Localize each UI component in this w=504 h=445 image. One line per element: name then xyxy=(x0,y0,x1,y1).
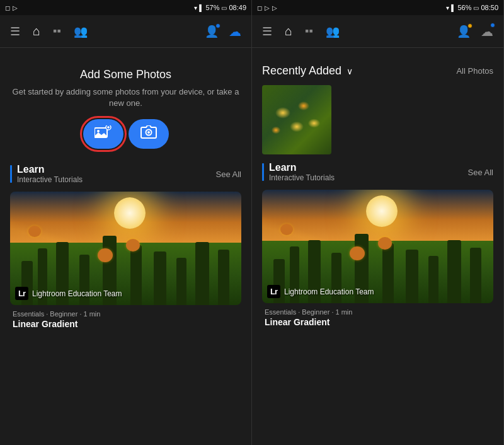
lr-team-right: Lightroom Education Team xyxy=(284,287,374,296)
learn-section-left: Learn Interactive Tutorials See All xyxy=(10,164,241,332)
cloud-icon-left[interactable]: ☁ xyxy=(229,24,241,39)
recently-title: Recently Added xyxy=(262,64,341,78)
learn-header-left: Learn Interactive Tutorials See All xyxy=(10,164,241,187)
card-tags-left: Essentials · Beginner · 1 min xyxy=(13,310,239,318)
lr-logo-right: Lr xyxy=(267,285,280,298)
add-buttons xyxy=(10,119,241,149)
add-gallery-button[interactable] xyxy=(83,119,123,149)
card-meta-left: Essentials · Beginner · 1 min Linear Gra… xyxy=(10,305,241,332)
camera-icon xyxy=(140,125,158,142)
time-left: 08:49 xyxy=(229,4,246,11)
content-right: Recently Added ∨ All Photos Learn Intera… xyxy=(252,48,503,445)
card-title-right: Linear Gradient xyxy=(265,317,491,327)
wifi-icon: ▾ xyxy=(194,4,197,11)
panel-right: ◻ ▷ ▷ ▾ ▌ 56% ▭ 08:50 ☰ ⌂ ▪▪ 👥 👤 ☁ xyxy=(252,0,504,445)
flowers-image xyxy=(262,85,331,154)
card-title-left: Linear Gradient xyxy=(13,319,239,329)
people-icon-right[interactable]: 👥 xyxy=(326,25,340,38)
learn-title-left: Learn Interactive Tutorials xyxy=(17,164,83,184)
lr-badge-right: Lr Lightroom Education Team xyxy=(267,285,374,298)
card-meta-right: Essentials · Beginner · 1 min Linear Gra… xyxy=(262,303,493,330)
panel-left: ◻ ▷ ▾ ▌ 57% ▭ 08:49 ☰ ⌂ ▪▪ 👥 👤 ☁ Add Som… xyxy=(0,0,252,445)
add-photos-title: Add Some Photos xyxy=(10,68,241,81)
learn-header-right: Learn Interactive Tutorials See All xyxy=(262,162,493,185)
recently-header: Recently Added ∨ All Photos xyxy=(262,58,493,85)
card-tags-right: Essentials · Beginner · 1 min xyxy=(265,308,491,316)
library-icon-left[interactable]: ▪▪ xyxy=(53,25,61,38)
all-photos-button[interactable]: All Photos xyxy=(456,66,493,76)
battery-icon-left: ▭ xyxy=(221,4,227,11)
nav-bar-right: ☰ ⌂ ▪▪ 👥 👤 ☁ xyxy=(252,15,503,48)
android-icon-right: ◻ xyxy=(257,4,262,11)
battery-text-left: 57% xyxy=(205,4,219,11)
nav-right-left: 👤 ☁ xyxy=(205,24,241,39)
nav-bar-left: ☰ ⌂ ▪▪ 👥 👤 ☁ xyxy=(0,15,251,48)
photo-thumbnail[interactable] xyxy=(262,85,331,154)
menu-icon-left[interactable]: ☰ xyxy=(10,25,20,38)
svg-point-1 xyxy=(97,130,100,132)
android-icon: ◻ xyxy=(5,4,10,11)
see-all-left[interactable]: See All xyxy=(216,170,241,179)
recently-left: Recently Added ∨ xyxy=(262,64,353,78)
see-all-right[interactable]: See All xyxy=(468,168,493,177)
search-profile-icon-right[interactable]: 👤 xyxy=(457,25,471,38)
learn-title-right-group: Learn Interactive Tutorials xyxy=(269,162,335,182)
status-bar-right: ◻ ▷ ▷ ▾ ▌ 56% ▭ 08:50 xyxy=(252,0,503,15)
status-right-icons: ▾ ▌ 57% ▭ 08:49 xyxy=(194,4,246,11)
share-icon: ▷ xyxy=(13,4,18,11)
library-icon-right[interactable]: ▪▪ xyxy=(305,25,313,38)
wifi-icon-right: ▾ xyxy=(446,4,449,11)
people-icon-left[interactable]: 👥 xyxy=(74,25,88,38)
learn-bar-right xyxy=(262,163,264,181)
signal-icon-right: ▌ xyxy=(451,4,455,11)
home-icon-right[interactable]: ⌂ xyxy=(285,24,292,38)
signal-icon: ▌ xyxy=(199,4,203,11)
lr-logo-left: Lr xyxy=(15,287,28,300)
learn-card-right[interactable]: Lr Lightroom Education Team xyxy=(262,190,493,303)
time-right: 08:50 xyxy=(481,4,498,11)
add-photos-section: Add Some Photos Get started by adding so… xyxy=(10,58,241,161)
content-left: Add Some Photos Get started by adding so… xyxy=(0,48,251,445)
status-right-right: ▾ ▌ 56% ▭ 08:50 xyxy=(446,4,498,11)
learn-bar-left xyxy=(10,165,12,183)
battery-icon-right: ▭ xyxy=(473,4,479,11)
status-left-icons: ◻ ▷ xyxy=(5,4,18,11)
status-left-right: ◻ ▷ ▷ xyxy=(257,4,277,11)
status-bar-left: ◻ ▷ ▾ ▌ 57% ▭ 08:49 xyxy=(0,0,251,15)
share-icon-right: ▷ xyxy=(265,4,270,11)
menu-icon-right[interactable]: ☰ xyxy=(262,25,272,38)
camera-button[interactable] xyxy=(129,119,169,149)
lr-team-left: Lightroom Education Team xyxy=(32,289,122,298)
gallery-plus-icon xyxy=(94,125,112,142)
learn-card-left[interactable]: Lr Lightroom Education Team xyxy=(10,192,241,305)
extra-icon-right: ▷ xyxy=(272,4,277,11)
learn-section-right: Learn Interactive Tutorials See All xyxy=(262,162,493,330)
battery-text-right: 56% xyxy=(457,4,471,11)
cloud-icon-right[interactable]: ☁ xyxy=(481,24,493,39)
recently-chevron[interactable]: ∨ xyxy=(346,66,353,76)
nav-right-right: 👤 ☁ xyxy=(457,24,493,39)
svg-point-6 xyxy=(147,131,150,134)
home-icon-left[interactable]: ⌂ xyxy=(33,24,40,38)
search-profile-icon-left[interactable]: 👤 xyxy=(205,25,219,38)
learn-title-group-left: Learn Interactive Tutorials xyxy=(10,164,83,184)
lr-badge-left: Lr Lightroom Education Team xyxy=(15,287,122,300)
add-photos-subtitle: Get started by adding some photos from y… xyxy=(10,86,241,109)
learn-title-group-right: Learn Interactive Tutorials xyxy=(262,162,335,182)
